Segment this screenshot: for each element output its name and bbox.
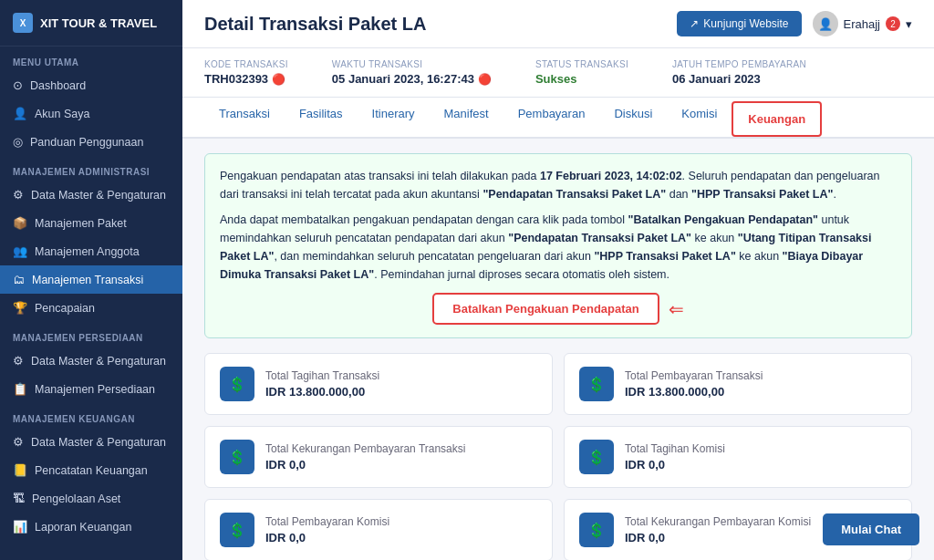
sidebar-label-data-master-adm: Data Master & Pengaturan: [31, 189, 166, 202]
sidebar-item-panduan[interactable]: ◎Panduan Penggunaan: [0, 128, 182, 156]
sidebar-label-pencatatan-keuangan: Pencatatan Keuangan: [35, 464, 148, 477]
sidebar-icon-dashboard: ⊙: [13, 78, 23, 92]
card-info-total-kekurangan-komisi: Total Kekurangan Pembayaran Komisi IDR 0…: [625, 515, 811, 544]
sidebar-label-pengelolaan-aset: Pengelolaan Aset: [32, 493, 120, 505]
sidebar-item-manajemen-anggota[interactable]: 👥Manajemen Anggota: [0, 237, 182, 265]
tab-diskusi[interactable]: Diskusi: [599, 98, 667, 139]
sidebar-icon-pencatatan-keuangan: 📒: [13, 463, 27, 477]
card-label-total-kekurangan: Total Kekurangan Pembayaran Transaksi: [265, 442, 465, 455]
sidebar-icon-pengelolaan-aset: 🏗: [13, 492, 25, 505]
card-icon-total-kekurangan-komisi: 💲: [579, 513, 614, 547]
card-value-total-tagihan: IDR 13.800.000,00: [265, 385, 379, 399]
card-value-total-kekurangan-komisi: IDR 0,0: [625, 531, 811, 544]
sidebar-item-data-master-keu[interactable]: ⚙Data Master & Pengaturan: [0, 428, 182, 456]
card-label-total-kekurangan-komisi: Total Kekurangan Pembayaran Komisi: [625, 515, 811, 528]
sidebar-label-dashboard: Dashboard: [30, 79, 86, 92]
user-badge[interactable]: 👤 Erahajj 2 ▾: [813, 11, 912, 36]
card-total-pembayaran-komisi: 💲 Total Pembayaran Komisi IDR 0,0: [204, 499, 553, 560]
sidebar-item-manajemen-paket[interactable]: 📦Manajemen Paket: [0, 209, 182, 237]
card-icon-total-kekurangan: 💲: [220, 440, 254, 474]
tab-transaksi[interactable]: Transaksi: [204, 98, 285, 139]
card-value-total-kekurangan: IDR 0,0: [265, 458, 465, 472]
avatar: 👤: [813, 11, 838, 36]
sidebar-label-laporan-keuangan: Laporan Keuangan: [35, 521, 131, 534]
main-area: Detail Transaksi Paket LA ↗ Kunjungi Web…: [182, 0, 934, 560]
sidebar-item-laporan-keuangan[interactable]: 📊Laporan Keuangan: [0, 513, 182, 541]
sidebar-icon-akun-saya: 👤: [13, 107, 27, 120]
tab-manifest[interactable]: Manifest: [430, 98, 503, 139]
card-info-total-pembayaran-komisi: Total Pembayaran Komisi IDR 0,0: [265, 515, 389, 544]
sidebar-item-manajemen-transaksi[interactable]: 🗂Manajemen Transaksi: [0, 265, 182, 294]
sidebar-label-data-master-pers: Data Master & Pengaturan: [31, 355, 166, 368]
sidebar-icon-panduan: ◎: [13, 135, 23, 149]
card-total-kekurangan: 💲 Total Kekurangan Pembayaran Transaksi …: [204, 426, 553, 488]
notice-box: Pengakuan pendapatan atas transaksi ini …: [204, 153, 912, 338]
sidebar-item-dashboard[interactable]: ⊙Dashboard: [0, 71, 182, 99]
waktu-transaksi-field: WAKTU TRANSAKSI 05 Januari 2023, 16:27:4…: [332, 59, 492, 86]
batalkan-pengakuan-button[interactable]: Batalkan Pengakuan Pendapatan: [432, 293, 659, 325]
card-total-pembayaran: 💲 Total Pembayaran Transaksi IDR 13.800.…: [564, 353, 912, 415]
card-label-total-tagihan-komisi: Total Tagihan Komisi: [625, 442, 725, 455]
topbar: Detail Transaksi Paket LA ↗ Kunjungi Web…: [182, 0, 934, 48]
card-value-total-tagihan-komisi: IDR 0,0: [625, 458, 725, 472]
sidebar-icon-laporan-keuangan: 📊: [13, 520, 27, 534]
content-area: KODE TRANSAKSI TRH032393 🔴 WAKTU TRANSAK…: [182, 48, 934, 560]
sidebar-icon-manajemen-persediaan: 📋: [13, 382, 27, 396]
tab-komisi[interactable]: Komisi: [667, 98, 732, 139]
sidebar-section-label: MANAJEMEN PERSEDIAAN: [0, 322, 182, 347]
sidebar-item-pencatatan-keuangan[interactable]: 📒Pencatatan Keuangan: [0, 456, 182, 484]
sidebar-item-manajemen-persediaan[interactable]: 📋Manajemen Persediaan: [0, 375, 182, 403]
sidebar-label-panduan: Panduan Penggunaan: [30, 136, 143, 149]
tab-pembayaran[interactable]: Pembayaran: [503, 98, 600, 139]
tab-fasilitas[interactable]: Fasilitas: [285, 98, 358, 139]
sidebar-item-akun-saya[interactable]: 👤Akun Saya: [0, 99, 182, 128]
card-label-total-pembayaran: Total Pembayaran Transaksi: [625, 369, 763, 382]
arrow-right-icon: ⇐: [669, 295, 684, 324]
card-label-total-pembayaran-komisi: Total Pembayaran Komisi: [265, 515, 389, 528]
jatuh-tempo-value: 06 Januari 2023: [672, 72, 761, 86]
card-icon-total-pembayaran: 💲: [579, 367, 614, 401]
kode-link-icon[interactable]: 🔴: [272, 73, 285, 86]
card-value-total-pembayaran-komisi: IDR 0,0: [265, 531, 389, 544]
kode-transaksi-field: KODE TRANSAKSI TRH032393 🔴: [204, 59, 288, 86]
sidebar-label-manajemen-transaksi: Manajemen Transaksi: [32, 274, 143, 286]
chat-button-wrap: Mulai Chat: [823, 513, 919, 545]
keuangan-content: Pengakuan pendapatan atas transaksi ini …: [182, 139, 934, 560]
card-info-total-tagihan-komisi: Total Tagihan Komisi IDR 0,0: [625, 442, 725, 472]
sidebar: X XIT TOUR & TRAVEL MENU UTAMA⊙Dashboard…: [0, 0, 182, 560]
cards-grid: 💲 Total Tagihan Transaksi IDR 13.800.000…: [204, 353, 912, 560]
tab-keuangan[interactable]: Keuangan: [732, 101, 822, 137]
sidebar-item-data-master-adm[interactable]: ⚙Data Master & Pengaturan: [0, 181, 182, 209]
sidebar-label-manajemen-persediaan: Manajemen Persediaan: [35, 383, 155, 396]
chevron-down-icon: ▾: [906, 17, 912, 31]
mulai-chat-button[interactable]: Mulai Chat: [823, 513, 919, 545]
sidebar-item-pencapaian[interactable]: 🏆Pencapaian: [0, 294, 182, 322]
status-transaksi-field: STATUS TRANSAKSI Sukses: [535, 59, 628, 86]
sidebar-section-label: MANAJEMEN ADMINISTRASI: [0, 156, 182, 181]
card-info-total-kekurangan: Total Kekurangan Pembayaran Transaksi ID…: [265, 442, 465, 472]
visit-website-button[interactable]: ↗ Kunjungi Website: [677, 11, 801, 36]
sidebar-label-akun-saya: Akun Saya: [35, 108, 89, 120]
sidebar-logo: X XIT TOUR & TRAVEL: [0, 0, 182, 47]
notification-badge: 2: [886, 16, 900, 31]
card-value-total-pembayaran: IDR 13.800.000,00: [625, 385, 763, 399]
kode-value: TRH032393: [204, 72, 268, 86]
sidebar-icon-manajemen-anggota: 👥: [13, 244, 27, 258]
sidebar-icon-pencapaian: 🏆: [13, 301, 27, 315]
tab-itinerary[interactable]: Itinerary: [358, 98, 430, 139]
card-icon-total-pembayaran-komisi: 💲: [220, 513, 254, 547]
sidebar-section-label: MENU UTAMA: [0, 47, 182, 71]
tabs-bar: TransaksiFasilitasItineraryManifestPemba…: [182, 98, 934, 139]
sidebar-icon-data-master-keu: ⚙: [13, 435, 24, 449]
sidebar-icon-manajemen-paket: 📦: [13, 216, 27, 230]
sidebar-icon-data-master-pers: ⚙: [13, 354, 24, 368]
transaction-info-bar: KODE TRANSAKSI TRH032393 🔴 WAKTU TRANSAK…: [182, 48, 934, 98]
card-icon-total-tagihan: 💲: [220, 367, 254, 401]
sidebar-item-pengelolaan-aset[interactable]: 🏗Pengelolaan Aset: [0, 484, 182, 513]
jatuh-tempo-field: JATUH TEMPO PEMBAYARAN 06 Januari 2023: [672, 59, 806, 86]
sidebar-label-data-master-keu: Data Master & Pengaturan: [31, 436, 166, 449]
sidebar-item-data-master-pers[interactable]: ⚙Data Master & Pengaturan: [0, 347, 182, 375]
topbar-right: ↗ Kunjungi Website 👤 Erahajj 2 ▾: [677, 11, 912, 36]
waktu-value: 05 Januari 2023, 16:27:43: [332, 72, 474, 86]
page-title: Detail Transaksi Paket LA: [204, 14, 426, 35]
